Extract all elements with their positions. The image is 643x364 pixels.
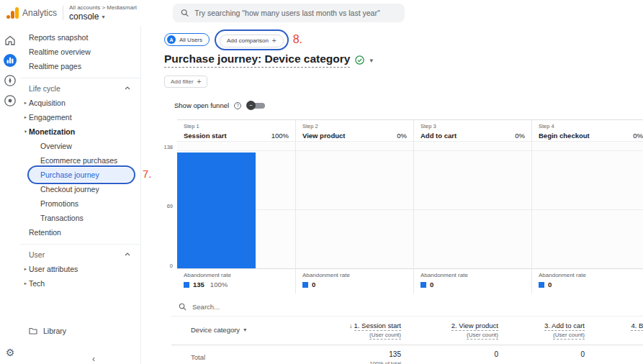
dimension-header[interactable]: Device category ▾ bbox=[171, 322, 308, 338]
column-header-view-product[interactable]: 2. View product (User count) bbox=[403, 322, 500, 338]
legend-color-icon bbox=[539, 282, 544, 288]
funnel-step-4-column: Step 4 Begin checkout 0% Abandonment rat… bbox=[531, 120, 643, 294]
abandonment-label: Abandonment rate bbox=[302, 272, 407, 278]
column-title: 2. View product bbox=[451, 322, 498, 331]
nav-label: Realtime overview bbox=[29, 47, 91, 56]
chevron-down-icon[interactable]: ▾ bbox=[369, 57, 373, 64]
abandonment-count: 135 bbox=[193, 281, 204, 288]
dimension-label: Device category bbox=[191, 326, 240, 334]
nav-realtime-pages[interactable]: Realtime pages bbox=[20, 59, 140, 73]
gridline bbox=[177, 150, 295, 151]
step-number: Step 4 bbox=[539, 123, 643, 129]
legend-color-icon bbox=[184, 282, 189, 288]
nav-transactions[interactable]: Transactions bbox=[20, 211, 140, 225]
nav-library[interactable]: Library bbox=[20, 324, 140, 338]
add-filter-button[interactable]: Add filter + bbox=[164, 76, 207, 88]
app-name: Analytics bbox=[22, 8, 57, 18]
nav-label: User attributes bbox=[29, 265, 78, 273]
funnel-step-1-column: Step 1 Session start 100% Abandonment ra… bbox=[177, 120, 295, 294]
y-axis-tick: 69 bbox=[154, 203, 173, 209]
nav-checkout-journey[interactable]: Checkout journey bbox=[20, 182, 140, 196]
chevron-right-icon: ▸ bbox=[22, 281, 29, 286]
funnel-plot bbox=[532, 142, 643, 269]
abandonment-count: 0 bbox=[430, 281, 433, 288]
nav-overview[interactable]: Overview bbox=[20, 139, 140, 153]
explore-icon[interactable] bbox=[3, 73, 17, 88]
legend-color-icon bbox=[421, 282, 426, 288]
nav-label: Retention bbox=[29, 228, 61, 237]
analytics-logo[interactable]: Analytics bbox=[0, 7, 57, 19]
column-subtitle: (User count) bbox=[467, 332, 498, 340]
nav-purchase-journey[interactable]: Purchase journey bbox=[29, 168, 134, 182]
table-header-row: Device category ▾ ↓1. Session start (Use… bbox=[171, 317, 643, 345]
home-icon[interactable] bbox=[3, 33, 17, 47]
funnel-step-3-column: Step 3 Add to cart 0% Abandonment rate bbox=[413, 120, 531, 294]
step-name: View product bbox=[302, 132, 345, 140]
logo-bar bbox=[15, 7, 19, 19]
gridline bbox=[296, 150, 413, 151]
nav-label: Acquisition bbox=[29, 99, 66, 107]
nav-retention[interactable]: Retention bbox=[20, 225, 140, 240]
collapse-nav-icon[interactable]: ‹ bbox=[92, 354, 95, 364]
nav-promotions[interactable]: Promotions bbox=[20, 196, 140, 211]
open-funnel-toggle[interactable]: − bbox=[246, 101, 266, 110]
page-title[interactable]: Purchase journey: Device category bbox=[164, 53, 350, 68]
nav-engagement[interactable]: ▸ Engagement bbox=[20, 110, 140, 124]
analytics-app: Analytics All accounts > Mediasmart cons… bbox=[0, 0, 643, 364]
table-search-input[interactable] bbox=[192, 303, 408, 311]
check-circle-icon bbox=[355, 55, 364, 65]
nav-ecommerce-purchases[interactable]: Ecommerce purchases bbox=[20, 153, 140, 168]
gridline bbox=[414, 209, 531, 210]
lifecycle-section-header[interactable]: Life cycle bbox=[20, 81, 140, 96]
nav-label: Monetization bbox=[29, 127, 75, 136]
abandonment-label: Abandonment rate bbox=[184, 272, 289, 278]
column-header-add-to-cart[interactable]: 3. Add to cart (User count) bbox=[500, 322, 587, 338]
section-label: Life cycle bbox=[29, 84, 60, 93]
funnel-plot bbox=[296, 142, 413, 269]
chevron-up-icon bbox=[125, 252, 130, 256]
funnel-step-2-column: Step 2 View product 0% Abandonment rate bbox=[295, 120, 413, 294]
help-icon[interactable]: ? bbox=[234, 102, 241, 109]
nav-reports-snapshot[interactable]: Reports snapshot bbox=[20, 30, 140, 45]
step-name: Begin checkout bbox=[539, 132, 590, 140]
user-section-header[interactable]: User bbox=[20, 247, 140, 262]
table-search[interactable] bbox=[171, 298, 643, 317]
y-axis-tick: 138 bbox=[154, 144, 173, 150]
nav-realtime-overview[interactable]: Realtime overview bbox=[20, 45, 140, 59]
abandonment-count: 0 bbox=[548, 281, 552, 288]
all-users-chip[interactable]: A All Users bbox=[164, 33, 210, 46]
report-main: A All Users Add comparison + 8. Purchase… bbox=[141, 26, 643, 364]
plus-icon: + bbox=[272, 37, 276, 45]
account-name: console bbox=[69, 12, 99, 22]
account-switcher[interactable]: All accounts > Mediasmart console ▾ bbox=[69, 4, 137, 22]
nav-section-lifecycle: Life cycle ▸ Acquisition ▸ Engagement ▾ … bbox=[20, 78, 140, 240]
nav-tech[interactable]: ▸ Tech bbox=[20, 276, 140, 291]
column-header-begin-checkout[interactable]: 4. Begin checkout (User count) bbox=[587, 322, 643, 338]
table-total-row: Total 135 100% of total 0 0 bbox=[171, 345, 643, 364]
column-header-session-start[interactable]: ↓1. Session start (User count) bbox=[308, 322, 403, 338]
step-number: Step 1 bbox=[184, 123, 289, 129]
nav-label: Realtime pages bbox=[29, 62, 81, 70]
nav-label: Library bbox=[43, 327, 66, 335]
add-comparison-button[interactable]: Add comparison + bbox=[220, 35, 284, 47]
step-number: Step 2 bbox=[302, 123, 407, 129]
nav-monetization[interactable]: ▾ Monetization bbox=[20, 124, 140, 139]
section-label: User bbox=[29, 250, 45, 259]
chip-label: All Users bbox=[179, 37, 202, 43]
nav-user-attributes[interactable]: ▸ User attributes bbox=[20, 262, 140, 276]
breadcrumb: All accounts > Mediasmart bbox=[69, 4, 137, 12]
abandonment-count: 0 bbox=[312, 281, 315, 288]
settings-gear-icon[interactable]: ⚙ bbox=[0, 347, 20, 358]
logo-bar bbox=[11, 11, 14, 19]
reports-icon[interactable] bbox=[3, 53, 17, 68]
global-search[interactable] bbox=[173, 4, 405, 22]
funnel-plot bbox=[177, 142, 295, 269]
global-search-input[interactable] bbox=[194, 9, 397, 17]
funnel-grid: Step 1 Session start 100% Abandonment ra… bbox=[177, 119, 643, 294]
column-subtitle: (User count) bbox=[553, 332, 585, 340]
advertising-icon[interactable] bbox=[3, 94, 17, 108]
sort-descending-icon: ↓ bbox=[349, 322, 353, 329]
column-subtitle: (User count) bbox=[369, 332, 401, 340]
nav-acquisition[interactable]: ▸ Acquisition bbox=[20, 96, 140, 110]
chevron-down-icon: ▾ bbox=[243, 327, 246, 333]
